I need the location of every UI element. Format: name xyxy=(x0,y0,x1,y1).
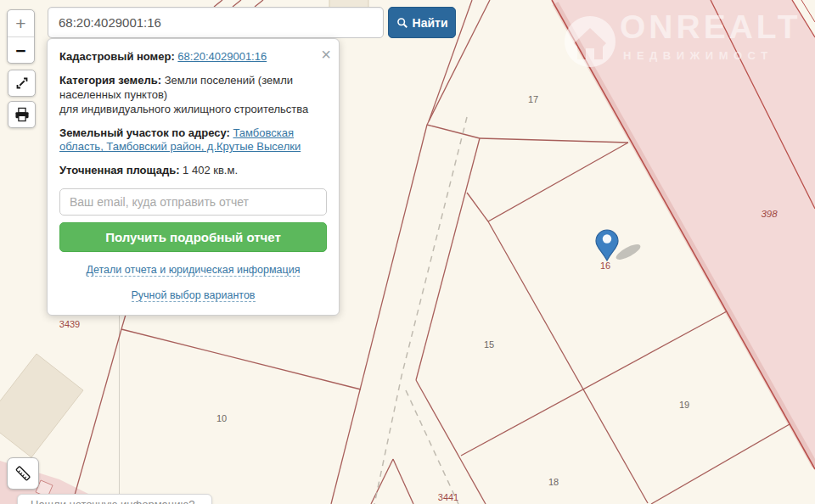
print-icon xyxy=(13,105,31,124)
get-report-button[interactable]: Получить подробный отчет xyxy=(59,222,327,252)
cadastral-number-link[interactable]: 68:20:4029001:16 xyxy=(177,50,267,63)
parcel-label: 18 xyxy=(548,477,559,487)
parcel-info-popup: × Кадастровый номер: 68:20:4029001:16 Ка… xyxy=(47,38,340,316)
feedback-link-bar[interactable]: Нашли неточную информацию? xyxy=(17,494,212,504)
search-icon xyxy=(396,17,408,29)
land-category-row: Категория земель: Земли поселений (земли… xyxy=(59,74,327,117)
zoom-in-button[interactable]: + xyxy=(8,10,34,37)
parcel-label: 398 xyxy=(761,209,777,219)
land-use-value: для индивидуального жилищного строительс… xyxy=(59,103,308,115)
zoom-out-button[interactable]: − xyxy=(8,37,34,64)
map-viewport[interactable]: 17 398 16 15 3439 10 19 18 3441 ONREALT … xyxy=(0,0,815,504)
cadastral-search-input[interactable] xyxy=(48,7,384,38)
search-button[interactable]: Найти xyxy=(388,7,456,38)
email-field[interactable] xyxy=(59,188,327,216)
measure-button[interactable] xyxy=(7,457,39,490)
report-details-row: Детали отчета и юридическая информация xyxy=(59,263,327,277)
fullscreen-icon xyxy=(13,74,31,92)
parcel-label: 3439 xyxy=(59,319,80,329)
parcel-label: 3441 xyxy=(438,492,458,502)
search-button-label: Найти xyxy=(413,16,448,30)
area-row: Уточненная площадь: 1 402 кв.м. xyxy=(59,164,327,178)
feedback-link-text: Нашли неточную информацию? xyxy=(31,498,195,504)
land-category-label: Категория земель: xyxy=(59,74,161,87)
address-row: Земельный участок по адресу: Тамбовская … xyxy=(59,126,327,155)
close-icon[interactable]: × xyxy=(321,46,331,63)
parcel-label: 16 xyxy=(600,260,610,271)
ruler-icon xyxy=(12,462,34,484)
parcel-label: 10 xyxy=(216,413,227,423)
manual-select-link[interactable]: Ручной выбор вариантов xyxy=(132,289,256,302)
cadastral-number-label: Кадастровый номер: xyxy=(59,50,175,63)
report-details-link[interactable]: Детали отчета и юридическая информация xyxy=(87,264,301,277)
parcel-label: 15 xyxy=(484,339,494,350)
parcel-label: 17 xyxy=(528,94,538,104)
parcel-label: 19 xyxy=(679,400,689,410)
area-value: 1 402 кв.м. xyxy=(183,164,238,176)
area-label: Уточненная площадь: xyxy=(59,164,179,176)
print-button[interactable] xyxy=(8,101,36,128)
manual-select-row: Ручной выбор вариантов xyxy=(59,288,327,303)
address-label: Земельный участок по адресу: xyxy=(59,126,230,139)
cadastral-number-row: Кадастровый номер: 68:20:4029001:16 xyxy=(59,50,327,64)
zoom-control-group: + − xyxy=(7,9,35,64)
fullscreen-button[interactable] xyxy=(8,70,36,97)
